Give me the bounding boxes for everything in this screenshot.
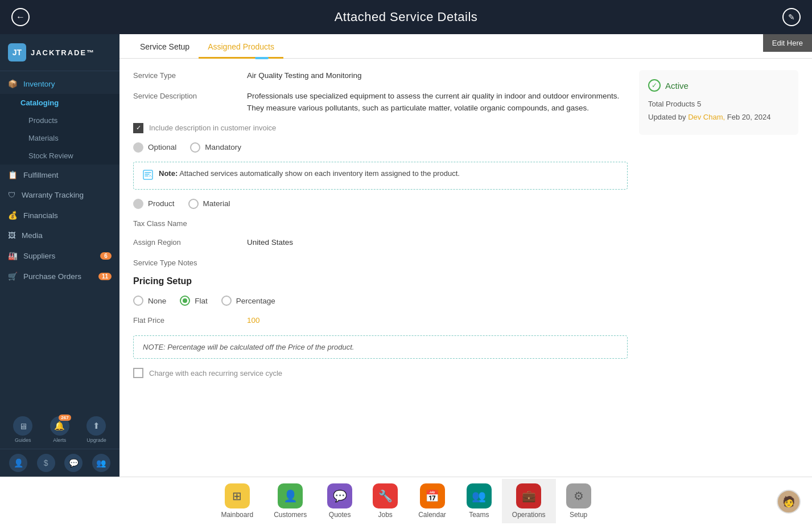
logo-text: JACKTRADE™ bbox=[31, 48, 95, 57]
flat-price-row: Flat Price 100 bbox=[133, 315, 628, 326]
account-dollar-icon[interactable]: $ bbox=[37, 454, 55, 472]
note-text: Note: Attached services automatically sh… bbox=[159, 169, 460, 178]
nav-calendar[interactable]: 📅 Calendar bbox=[408, 479, 456, 523]
sidebar-item-purchase-orders[interactable]: 🛒 Purchase Orders 11 bbox=[0, 266, 119, 286]
radio-optional-circle bbox=[133, 142, 143, 153]
service-type-row: Service Type Air Quality Testing and Mon… bbox=[133, 70, 628, 81]
chat-icon: 💬 bbox=[64, 454, 83, 472]
include-description-checkbox[interactable] bbox=[133, 123, 143, 133]
nav-customers[interactable]: 👤 Customers bbox=[263, 479, 317, 523]
sidebar-item-inventory[interactable]: 📦 Inventory bbox=[0, 73, 119, 94]
include-description-row: Include description in customer invoice bbox=[133, 123, 628, 133]
nav-jobs-label: Jobs bbox=[378, 511, 392, 519]
sidebar-item-suppliers[interactable]: 🏭 Suppliers 6 bbox=[0, 245, 119, 266]
sidebar-bottom: 🖥 Guides 🔔 267 Alerts ⬆ Upgrade 👤 bbox=[0, 411, 119, 477]
dollar-icon: $ bbox=[37, 454, 55, 472]
content-tabs: Service Setup Assigned Products bbox=[119, 34, 812, 59]
sidebar-bottom-actions: 🖥 Guides 🔔 267 Alerts ⬆ Upgrade bbox=[0, 411, 119, 449]
status-active-row: ✓ Active bbox=[648, 79, 789, 92]
jobs-icon: 🔧 bbox=[373, 483, 398, 508]
account-team-icon[interactable]: 👥 bbox=[92, 454, 110, 472]
upgrade-button[interactable]: ⬆ Upgrade bbox=[86, 416, 106, 443]
edit-here-button[interactable]: Edit Here bbox=[763, 34, 812, 52]
radio-flat-circle bbox=[180, 296, 190, 306]
app-bottom-nav: ⊞ Mainboard 👤 Customers 💬 Quotes 🔧 Jobs … bbox=[0, 477, 812, 525]
radio-mandatory[interactable]: Mandatory bbox=[190, 142, 241, 153]
user-icon: 👤 bbox=[9, 454, 27, 472]
optional-mandatory-row: Optional Mandatory bbox=[133, 142, 628, 153]
radio-flat-label: Flat bbox=[195, 297, 208, 305]
purchase-orders-icon: 🛒 bbox=[8, 272, 18, 281]
top-header: ← Attached Service Details ✎ bbox=[0, 0, 812, 34]
sidebar-item-label: Warranty Tracking bbox=[22, 191, 84, 199]
note-label: Note: bbox=[159, 169, 178, 178]
service-type-value: Air Quality Testing and Monitoring bbox=[247, 70, 628, 81]
sidebar-item-fulfillment[interactable]: 📋 Fulfillment bbox=[0, 165, 119, 185]
radio-percentage[interactable]: Percentage bbox=[221, 296, 275, 306]
nav-teams-label: Teams bbox=[469, 511, 489, 519]
radio-flat[interactable]: Flat bbox=[180, 296, 208, 306]
svg-rect-0 bbox=[143, 170, 152, 179]
content-area: Edit Here Service Setup Assigned Product… bbox=[119, 34, 812, 477]
sidebar-item-label: Media bbox=[22, 231, 43, 240]
radio-mandatory-label: Mandatory bbox=[205, 143, 241, 151]
assign-region-label: Assign Region bbox=[133, 237, 247, 247]
quotes-icon: 💬 bbox=[327, 483, 352, 508]
account-user-icon[interactable]: 👤 bbox=[9, 454, 27, 472]
updated-by-name[interactable]: Dev Cham, bbox=[688, 113, 725, 121]
back-button[interactable]: ← bbox=[11, 8, 30, 26]
radio-none[interactable]: None bbox=[133, 296, 166, 306]
inventory-icon: 📦 bbox=[8, 79, 18, 88]
guides-button[interactable]: 🖥 Guides bbox=[13, 416, 32, 443]
charge-recurring-row: Charge with each recurring service cycle bbox=[133, 368, 628, 378]
radio-percentage-circle bbox=[221, 296, 232, 306]
teams-icon: 👥 bbox=[467, 483, 492, 508]
logo-icon: JT bbox=[8, 43, 26, 61]
form-right: ✓ Active Total Products 5 Updated by Dev… bbox=[639, 70, 798, 465]
tab-assigned-products[interactable]: Assigned Products bbox=[199, 34, 283, 59]
nav-quotes-label: Quotes bbox=[329, 511, 351, 519]
pricing-note-box: NOTE: Percentage will be calculated off … bbox=[133, 335, 628, 359]
sidebar-item-financials[interactable]: 💰 Financials bbox=[0, 205, 119, 225]
tab-service-setup[interactable]: Service Setup bbox=[131, 34, 199, 59]
radio-material[interactable]: Material bbox=[188, 199, 230, 209]
pricing-section-title: Pricing Setup bbox=[133, 276, 628, 286]
sidebar-item-cataloging[interactable]: Cataloging bbox=[0, 94, 119, 112]
sidebar-item-media[interactable]: 🖼 Media bbox=[0, 225, 119, 245]
assign-region-value: United States bbox=[247, 237, 628, 248]
radio-product[interactable]: Product bbox=[133, 199, 175, 209]
setup-icon: ⚙ bbox=[566, 483, 591, 508]
pricing-note-text: NOTE: Percentage will be calculated off … bbox=[143, 343, 354, 351]
operations-icon: 💼 bbox=[516, 483, 541, 508]
sidebar-item-stock-review[interactable]: Stock Review bbox=[0, 147, 119, 165]
form-content: Service Type Air Quality Testing and Mon… bbox=[119, 59, 812, 477]
sidebar-item-materials[interactable]: Materials bbox=[0, 129, 119, 147]
total-products-row: Total Products 5 bbox=[648, 100, 789, 108]
upgrade-icon: ⬆ bbox=[86, 416, 106, 436]
note-content: Attached services automatically show on … bbox=[179, 169, 460, 178]
assign-region-row: Assign Region United States bbox=[133, 237, 628, 248]
include-description-label: Include description in customer invoice bbox=[149, 124, 276, 132]
sidebar-logo: JT JACKTRADE™ bbox=[0, 34, 119, 71]
updated-by-date: Feb 20, 2024 bbox=[727, 113, 771, 121]
nav-operations[interactable]: 💼 Operations bbox=[502, 479, 556, 523]
sidebar-item-label: Suppliers bbox=[23, 252, 55, 260]
sidebar: JT JACKTRADE™ 📦 Inventory Cataloging Pro… bbox=[0, 34, 119, 477]
alerts-badge: 267 bbox=[59, 415, 71, 421]
nav-jobs[interactable]: 🔧 Jobs bbox=[362, 479, 408, 523]
fulfillment-icon: 📋 bbox=[8, 170, 18, 179]
user-avatar[interactable]: 🧑 bbox=[777, 490, 801, 514]
nav-mainboard-label: Mainboard bbox=[221, 511, 253, 519]
edit-icon-button[interactable]: ✎ bbox=[782, 8, 801, 26]
nav-quotes[interactable]: 💬 Quotes bbox=[317, 479, 362, 523]
status-card: ✓ Active Total Products 5 Updated by Dev… bbox=[639, 70, 798, 135]
radio-optional[interactable]: Optional bbox=[133, 142, 176, 153]
nav-setup[interactable]: ⚙ Setup bbox=[556, 479, 601, 523]
sidebar-item-warranty-tracking[interactable]: 🛡 Warranty Tracking bbox=[0, 185, 119, 205]
alerts-button[interactable]: 🔔 267 Alerts bbox=[50, 416, 69, 443]
nav-teams[interactable]: 👥 Teams bbox=[456, 479, 502, 523]
nav-mainboard[interactable]: ⊞ Mainboard bbox=[211, 479, 263, 523]
charge-recurring-checkbox[interactable] bbox=[133, 368, 143, 378]
account-chat-icon[interactable]: 💬 bbox=[64, 454, 83, 472]
sidebar-item-products[interactable]: Products bbox=[0, 112, 119, 129]
